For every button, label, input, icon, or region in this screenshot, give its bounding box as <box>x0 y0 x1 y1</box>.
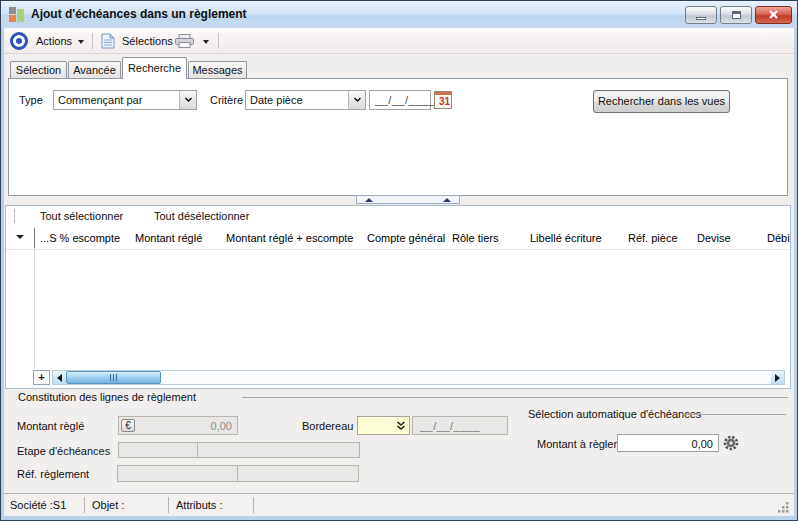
actions-dropdown-icon[interactable] <box>78 40 84 44</box>
montant-regle-label: Montant règlé <box>17 420 84 432</box>
print-dropdown-icon[interactable] <box>203 40 209 44</box>
deselect-all-button[interactable]: Tout désélectionner <box>154 210 249 222</box>
montant-a-regler-label: Montant à règler <box>537 438 617 450</box>
column-divider <box>34 228 35 248</box>
critere-label: Critère <box>210 94 243 106</box>
selections-document-icon <box>101 33 115 53</box>
bordereau-label: Bordereau <box>302 420 353 432</box>
auto-group-rule <box>682 414 786 415</box>
montant-regle-value: 0,00 <box>211 420 232 432</box>
status-objet: Objet : <box>92 499 124 511</box>
window-controls <box>685 6 792 24</box>
main-toolbar: Actions Sélections <box>4 28 794 54</box>
col-role-tiers[interactable]: Rôle tiers <box>452 232 528 244</box>
collapse-up-icon <box>365 198 373 202</box>
critere-select[interactable]: Date pièce <box>245 90 366 110</box>
montant-a-regler-input[interactable]: 0,00 <box>617 434 719 452</box>
grid-toolbar-separator <box>14 209 15 223</box>
actions-target-icon <box>10 32 28 50</box>
scroll-left-button[interactable] <box>53 371 66 384</box>
montant-regle-field: € 0,00 <box>118 416 238 435</box>
collapse-up-icon <box>443 198 451 202</box>
toolbar-separator <box>92 33 93 49</box>
column-divider <box>34 248 35 369</box>
ref-field-1 <box>117 465 238 482</box>
row-selector-icon[interactable] <box>16 235 24 239</box>
tab-selection[interactable]: Sélection <box>10 61 67 78</box>
select-all-button[interactable]: Tout sélectionner <box>40 210 123 222</box>
add-column-button[interactable]: + <box>33 370 50 385</box>
reglement-panel: Constitution des lignes de règlement Mon… <box>4 389 794 493</box>
search-date-input[interactable]: __/__/____ <box>369 90 431 110</box>
horizontal-scrollbar[interactable] <box>52 370 785 385</box>
critere-select-value: Date pièce <box>246 94 348 106</box>
toolbar-separator <box>218 33 219 49</box>
col-escompte[interactable]: ...S % escompte <box>40 232 132 244</box>
results-grid: Tout sélectionner Tout désélectionner ..… <box>5 205 791 389</box>
tab-recherche[interactable]: Recherche <box>122 57 187 79</box>
col-debit[interactable]: Débit <box>767 232 791 244</box>
group-rule <box>242 397 788 398</box>
ref-field-2 <box>237 465 359 482</box>
status-societe: Société :S1 <box>10 499 66 511</box>
etape-field-2 <box>197 442 360 458</box>
titlebar: Ajout d'échéances dans un règlement <box>1 1 797 28</box>
selections-button[interactable]: Sélections <box>122 35 173 47</box>
window-title: Ajout d'échéances dans un règlement <box>31 7 247 21</box>
ref-reglement-label: Réf. règlement <box>17 468 89 480</box>
col-montant-escompte[interactable]: Montant réglé + escompte <box>226 232 366 244</box>
app-window: Ajout d'échéances dans un règlement Acti… <box>0 0 798 521</box>
type-label: Type <box>19 94 43 106</box>
splitter-handle[interactable] <box>356 195 460 204</box>
bordereau-date-input[interactable]: __/__/____ <box>412 416 508 435</box>
tab-avancee[interactable]: Avancée <box>68 61 121 78</box>
group-title: Constitution des lignes de règlement <box>18 391 196 403</box>
scroll-right-button[interactable] <box>771 371 784 384</box>
double-chevron-down-icon <box>396 421 406 431</box>
col-montant-regle[interactable]: Montant réglé <box>135 232 223 244</box>
bordereau-select[interactable] <box>357 416 410 435</box>
type-select[interactable]: Commençant par <box>53 90 197 110</box>
status-attributs: Attributs : <box>176 499 222 511</box>
col-devise[interactable]: Devise <box>697 232 765 244</box>
etape-field-1 <box>118 442 198 458</box>
col-libelle[interactable]: Libellé écriture <box>530 232 626 244</box>
maximize-button[interactable] <box>720 6 752 24</box>
gear-icon[interactable] <box>723 435 739 455</box>
close-button[interactable] <box>755 6 792 24</box>
scrollbar-thumb[interactable] <box>66 371 161 384</box>
header-underline <box>6 249 791 250</box>
resize-grip[interactable] <box>777 500 790 518</box>
col-ref-piece[interactable]: Réf. pièce <box>628 232 695 244</box>
chevron-down-icon[interactable] <box>348 91 365 109</box>
status-divider <box>168 497 169 513</box>
search-views-button[interactable]: Rechercher dans les vues <box>593 90 730 113</box>
etape-label: Etape d'échéances <box>17 445 110 457</box>
actions-button[interactable]: Actions <box>36 35 72 47</box>
search-panel: Type Commençant par Critère Date pièce _… <box>8 78 788 196</box>
status-bar: Société :S1 Objet : Attributs : <box>4 493 794 516</box>
print-icon[interactable] <box>175 34 195 53</box>
minimize-button[interactable] <box>685 6 717 24</box>
col-compte-general[interactable]: Compte général <box>367 232 450 244</box>
close-icon <box>768 10 779 20</box>
tab-messages[interactable]: Messages <box>188 61 247 78</box>
chevron-down-icon[interactable] <box>179 91 196 109</box>
euro-button[interactable]: € <box>121 419 135 432</box>
auto-group-title: Sélection automatique d'échéances <box>528 408 701 420</box>
window-content: Actions Sélections Sélection Avancée Rec… <box>4 28 794 516</box>
app-logo-icon <box>9 6 25 22</box>
type-select-value: Commençant par <box>54 94 179 106</box>
status-divider <box>84 497 85 513</box>
calendar-icon[interactable]: 31 <box>434 91 452 109</box>
status-divider <box>253 497 254 513</box>
